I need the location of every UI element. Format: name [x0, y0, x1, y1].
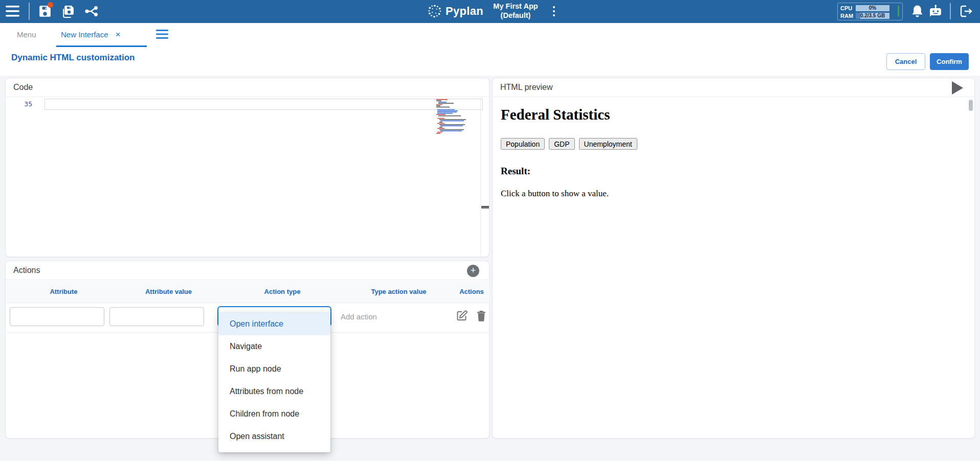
- col-attribute: Attribute: [27, 288, 101, 295]
- dropdown-option-open-interface[interactable]: Open interface: [218, 313, 330, 335]
- dropdown-option-open-assistant[interactable]: Open assistant: [218, 425, 330, 448]
- code-current-line[interactable]: [44, 99, 483, 110]
- confirm-button[interactable]: Confirm: [930, 53, 969, 70]
- notifications-bell-icon[interactable]: [911, 5, 924, 18]
- topbar-divider: [29, 3, 30, 20]
- col-attribute-value: Attribute value: [126, 288, 211, 295]
- dropdown-option-navigate[interactable]: Navigate: [218, 335, 330, 358]
- tab-new-interface-label: New Interface: [61, 30, 108, 39]
- pyplan-logo[interactable]: Pyplan: [427, 3, 483, 19]
- code-minimap[interactable]: [434, 99, 479, 134]
- preview-heading: Federal Statistics: [501, 106, 964, 123]
- ram-label: RAM: [840, 13, 856, 19]
- col-type-action-value: Type action value: [351, 288, 446, 295]
- actions-panel-title: Actions: [13, 266, 40, 275]
- type-action-value-input[interactable]: [341, 307, 422, 326]
- dropdown-option-run-app-node[interactable]: Run app node: [218, 358, 330, 380]
- cpu-label: CPU: [840, 5, 856, 11]
- add-action-row-button[interactable]: +: [467, 265, 479, 277]
- action-type-dropdown: Open interface Navigate Run app node Att…: [218, 313, 330, 452]
- code-minimap-separator: [480, 98, 481, 257]
- engine-status-indicator: [898, 6, 899, 16]
- col-action-type: Action type: [239, 288, 326, 295]
- preview-result-text: Click a button to show a value.: [501, 189, 964, 199]
- preview-panel-header: HTML preview: [493, 78, 974, 97]
- tab-menu[interactable]: Menu: [17, 30, 36, 39]
- preview-result-heading: Result:: [501, 166, 964, 177]
- topbar: Pyplan My First App (Default) CPU 0% RAM…: [0, 0, 980, 23]
- preview-button-row: Population GDP Unemployment: [501, 138, 964, 150]
- preview-scrollbar-thumb[interactable]: [969, 100, 973, 111]
- pyplan-logo-icon: [427, 3, 442, 19]
- app-menu-kebab-icon[interactable]: [552, 6, 556, 17]
- active-tab-indicator: [56, 45, 147, 47]
- dropdown-option-attributes-from-node[interactable]: Attributes from node: [218, 380, 330, 403]
- actions-table-header: Attribute Attribute value Action type Ty…: [6, 281, 489, 303]
- attribute-value-input[interactable]: [109, 307, 204, 326]
- save-copy-icon[interactable]: [61, 5, 75, 18]
- dropdown-option-children-from-node[interactable]: Children from node: [218, 403, 330, 425]
- edit-row-icon[interactable]: [456, 310, 468, 322]
- pyplan-logo-text: Pyplan: [446, 5, 483, 18]
- preview-gdp-button[interactable]: GDP: [549, 138, 574, 150]
- delete-row-icon[interactable]: [475, 310, 487, 322]
- main-menu-icon[interactable]: [6, 5, 19, 17]
- tab-menu-label: Menu: [17, 30, 36, 39]
- unsaved-changes-badge: [48, 2, 53, 8]
- app-title-line1: My First App: [480, 2, 551, 11]
- ram-meter: 0.2/3.5 GB: [856, 13, 889, 19]
- cpu-value: 0%: [856, 5, 889, 11]
- tab-list-icon[interactable]: [156, 29, 168, 39]
- actions-panel-header: Actions +: [6, 261, 489, 280]
- logout-icon[interactable]: [959, 5, 972, 17]
- tab-new-interface[interactable]: New Interface ×: [61, 30, 120, 39]
- preview-content: Federal Statistics Population GDP Unempl…: [501, 98, 964, 435]
- header-zone: Menu New Interface × Dynamic HTML custom…: [0, 23, 980, 76]
- col-actions: Actions: [454, 288, 489, 295]
- resource-monitor: CPU 0% RAM 0.2/3.5 GB: [837, 3, 903, 20]
- code-panel-title: Code: [13, 83, 33, 92]
- code-panel-header: Code: [6, 78, 489, 97]
- topbar-divider-right: [950, 3, 951, 19]
- attribute-input[interactable]: [10, 307, 104, 326]
- model-network-icon[interactable]: [84, 6, 99, 17]
- cancel-button[interactable]: Cancel: [886, 53, 925, 70]
- code-scrollbar-handle[interactable]: [481, 206, 489, 209]
- preview-unemployment-button[interactable]: Unemployment: [579, 138, 637, 150]
- preview-population-button[interactable]: Population: [501, 138, 545, 150]
- assistant-bot-icon[interactable]: [928, 4, 943, 18]
- run-preview-icon[interactable]: [952, 81, 963, 95]
- ram-value: 0.2/3.5 GB: [856, 13, 889, 19]
- tab-close-icon[interactable]: ×: [116, 31, 121, 38]
- code-line-number: 35: [13, 100, 32, 108]
- app-title: My First App (Default): [480, 2, 551, 20]
- page-title: Dynamic HTML customization: [11, 53, 135, 63]
- app-title-line2: (Default): [480, 11, 551, 20]
- cpu-meter: 0%: [856, 5, 889, 11]
- html-preview-panel: HTML preview Federal Statistics Populati…: [492, 78, 975, 439]
- code-panel: Code 35: [5, 78, 489, 257]
- preview-panel-title: HTML preview: [500, 83, 553, 92]
